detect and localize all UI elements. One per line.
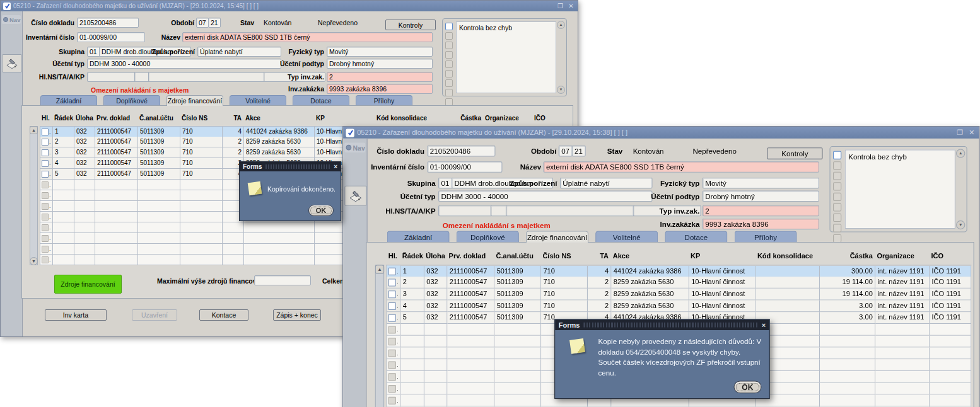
scroll-down-icon[interactable]: ▼: [30, 257, 38, 265]
inventarni-cislo-field[interactable]: 01-00099/00: [77, 32, 145, 42]
row-checkbox[interactable]: [388, 349, 396, 357]
row-checkbox[interactable]: [42, 246, 49, 253]
zpus-porizeni-field[interactable]: Úplatné nabytí: [197, 47, 281, 57]
tab-3[interactable]: Zdroje financování: [166, 95, 223, 106]
kontrola-checkbox[interactable]: [445, 89, 453, 96]
uzavreni-button[interactable]: Uzavření: [132, 309, 177, 321]
kontrola-list[interactable]: Kontrola bez chyb: [456, 21, 556, 93]
row-checkbox[interactable]: [388, 361, 396, 369]
kontrola-checkbox[interactable]: [445, 42, 453, 49]
record-scrollbar[interactable]: ▲ ▼: [375, 265, 384, 407]
row-checkbox[interactable]: [42, 139, 49, 146]
kontroly-button[interactable]: Kontroly: [385, 20, 436, 30]
max-vyse-field[interactable]: [254, 275, 311, 285]
kontrola-checkbox[interactable]: [445, 23, 453, 30]
row-checkbox[interactable]: [388, 302, 396, 309]
kontrola-list[interactable]: Kontrola bez chyb: [845, 149, 955, 229]
row-checkbox[interactable]: [42, 214, 49, 221]
kontrola-checkbox[interactable]: [833, 193, 841, 201]
kontrola-checkbox[interactable]: [833, 151, 841, 159]
table-row[interactable]: .40322111000547501130971028259 zakázka 5…: [386, 301, 971, 312]
fyzicky-typ-field[interactable]: Movitý: [703, 178, 819, 189]
kontrola-checkbox[interactable]: [445, 32, 453, 40]
window-titlebar[interactable]: 05210 - Zařazení dlouhodobého majetku do…: [1, 1, 578, 11]
row-checkbox[interactable]: [42, 160, 49, 167]
row-checkbox[interactable]: [42, 181, 49, 188]
close-icon[interactable]: ✕: [967, 128, 976, 137]
tab-5[interactable]: Dotace: [665, 231, 727, 243]
kontrola-checkbox[interactable]: [833, 224, 841, 232]
tab-2[interactable]: Doplňkové: [457, 231, 519, 243]
tab-6[interactable]: Přílohy: [735, 231, 797, 243]
obdobi-month-field[interactable]: 07: [196, 18, 209, 28]
typ-inv-zak-field[interactable]: 2: [327, 72, 433, 82]
row-checkbox[interactable]: [388, 314, 396, 321]
row-checkbox[interactable]: [42, 192, 49, 199]
tab-5[interactable]: Dotace: [293, 95, 349, 106]
obdobi-year-field[interactable]: 21: [572, 146, 586, 157]
ucetni-podtyp-field[interactable]: Drobný hmotný: [703, 190, 819, 202]
hlns-field-3[interactable]: [148, 72, 265, 82]
nav-toggle[interactable]: Nav: [2, 15, 21, 24]
close-icon[interactable]: ✕: [567, 2, 575, 10]
dialog-close-icon[interactable]: ×: [334, 163, 337, 170]
kontrola-checkbox[interactable]: [445, 51, 453, 59]
scroll-up-icon[interactable]: ▲: [375, 265, 384, 273]
row-checkbox[interactable]: [42, 256, 49, 263]
row-checkbox[interactable]: [388, 384, 396, 392]
kontace-button[interactable]: Kontace: [199, 309, 248, 321]
hlns-field-1[interactable]: [438, 205, 493, 217]
zdroje-financovani-button[interactable]: Zdroje financování: [54, 275, 122, 294]
row-checkbox[interactable]: [388, 278, 396, 286]
tab-4[interactable]: Volitelné: [595, 231, 658, 243]
obdobi-month-field[interactable]: 07: [559, 146, 573, 157]
ucetni-podtyp-field[interactable]: Drobný hmotný: [327, 59, 433, 69]
dialog-titlebar[interactable]: Forms ×: [240, 162, 341, 171]
zpus-porizeni-field[interactable]: Úplatné nabytí: [560, 178, 653, 189]
row-checkbox[interactable]: [388, 373, 396, 381]
restore-icon[interactable]: ❐: [955, 128, 964, 137]
kontrola-checkbox[interactable]: [445, 60, 453, 68]
kontrola-checkbox[interactable]: [833, 214, 841, 222]
row-checkbox[interactable]: [42, 129, 49, 135]
clear-form-button[interactable]: [344, 186, 366, 206]
kontrola-checkbox[interactable]: [833, 203, 841, 211]
row-checkbox[interactable]: [388, 290, 396, 298]
inv-zakazka-field[interactable]: 9993 zakázka 8396: [703, 219, 819, 230]
inv-zakazka-field[interactable]: 9993 zakázka 8396: [327, 84, 433, 94]
kontrola-checkbox[interactable]: [445, 79, 453, 87]
table-row[interactable]: .30322111000547501130971028259 zakázka 5…: [386, 289, 971, 301]
scroll-up-icon[interactable]: ▲: [30, 126, 38, 134]
kontrola-checkbox[interactable]: [445, 70, 453, 77]
nazev-field[interactable]: externí disk ADATA SE800 SSD 1TB černý: [543, 161, 819, 173]
row-checkbox[interactable]: [42, 149, 49, 156]
ucetni-typ-field[interactable]: DDHM 3000 - 40000: [87, 59, 281, 69]
hlns-field-1[interactable]: [87, 72, 136, 82]
row-checkbox[interactable]: [388, 338, 396, 345]
nav-toggle[interactable]: Nav: [344, 142, 365, 152]
hlns-field-3[interactable]: [506, 205, 635, 217]
inv-karta-button[interactable]: Inv karta: [45, 309, 107, 321]
typ-inv-zak-field[interactable]: 2: [703, 205, 819, 217]
kontrola-checkbox[interactable]: [833, 172, 841, 180]
row-checkbox[interactable]: [42, 235, 49, 242]
tab-3[interactable]: Zdroje financování: [526, 231, 588, 243]
row-checkbox[interactable]: [42, 203, 49, 210]
table-row[interactable]: .20322111000547501130971028259 zakázka 5…: [386, 277, 971, 289]
inventarni-cislo-field[interactable]: 01-00099/00: [427, 161, 502, 173]
record-scrollbar[interactable]: ▲ ▼: [30, 126, 38, 265]
row-checkbox[interactable]: [388, 326, 396, 333]
row-checkbox[interactable]: [42, 171, 49, 178]
tab-4[interactable]: Volitelné: [230, 95, 286, 106]
window-titlebar[interactable]: 05210 - Zařazení dlouhodobého majetku do…: [343, 127, 979, 139]
zapis-konec-button[interactable]: Zápis + konec: [273, 309, 321, 321]
row-checkbox[interactable]: [388, 267, 396, 275]
table-row[interactable]: .1032211100054750113097104441024 zakázka…: [386, 265, 971, 277]
panel-scroll-down-icon[interactable]: ▼: [956, 221, 965, 229]
row-checkbox[interactable]: [388, 396, 396, 404]
row-checkbox[interactable]: [42, 224, 49, 231]
fyzicky-typ-field[interactable]: Movitý: [327, 47, 433, 57]
tab-6[interactable]: Přílohy: [356, 95, 412, 106]
tab-1[interactable]: Základní: [40, 95, 97, 106]
ucetni-typ-field[interactable]: DDHM 3000 - 40000: [438, 190, 652, 202]
